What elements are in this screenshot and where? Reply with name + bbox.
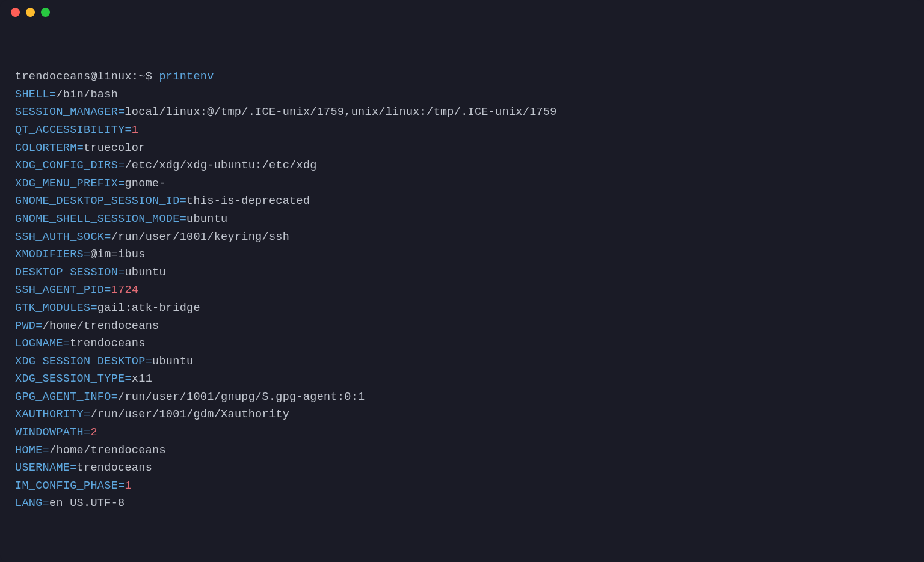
close-button[interactable] (11, 8, 20, 17)
env-var-name: LOGNAME (15, 337, 63, 350)
env-line: PWD=/home/trendoceans (15, 317, 909, 335)
env-var-value: /home/trendoceans (43, 320, 159, 332)
maximize-button[interactable] (41, 8, 50, 17)
env-var-name: DESKTOP_SESSION (15, 266, 118, 279)
env-line: LANG=en_US.UTF-8 (15, 495, 909, 513)
env-line: QT_ACCESSIBILITY=1 (15, 121, 909, 139)
env-var-name: LANG (15, 497, 43, 510)
equals-sign: = (118, 480, 125, 492)
prompt-host: trendoceans@linux:~$ (15, 70, 159, 83)
terminal-window[interactable]: trendoceans@linux:~$ printenvSHELL=/bin/… (0, 0, 924, 562)
env-var-value: 1724 (111, 284, 139, 296)
env-line: HOME=/home/trendoceans (15, 442, 909, 460)
equals-sign: = (118, 159, 125, 172)
env-var-value: x11 (132, 373, 152, 385)
env-var-value: trendoceans (77, 462, 152, 474)
env-var-name: XAUTHORITY (15, 408, 84, 421)
env-line: IM_CONFIG_PHASE=1 (15, 477, 909, 495)
env-var-name: SESSION_MANAGER (15, 106, 118, 118)
env-var-value: /home/trendoceans (49, 444, 166, 457)
env-var-value: this-is-deprecated (186, 195, 310, 207)
env-var-value: 1 (132, 124, 138, 136)
env-var-name: QT_ACCESSIBILITY (15, 124, 125, 136)
env-line: WINDOWPATH=2 (15, 424, 909, 442)
equals-sign: = (43, 497, 49, 510)
env-line: XDG_CONFIG_DIRS=/etc/xdg/xdg-ubuntu:/etc… (15, 157, 909, 175)
env-var-name: USERNAME (15, 462, 70, 474)
env-var-value: gnome- (125, 177, 165, 190)
env-line: GNOME_DESKTOP_SESSION_ID=this-is-depreca… (15, 192, 909, 210)
equals-sign: = (63, 337, 70, 350)
equals-sign: = (111, 391, 118, 403)
env-line: XMODIFIERS=@im=ibus (15, 246, 909, 264)
env-line: XAUTHORITY=/run/user/1001/gdm/Xauthority (15, 406, 909, 424)
equals-sign: = (84, 408, 90, 421)
equals-sign: = (84, 426, 90, 439)
env-var-name: HOME (15, 444, 43, 457)
env-line: GNOME_SHELL_SESSION_MODE=ubuntu (15, 210, 909, 228)
equals-sign: = (104, 284, 111, 296)
env-line: SSH_AUTH_SOCK=/run/user/1001/keyring/ssh (15, 228, 909, 246)
minimize-button[interactable] (26, 8, 35, 17)
equals-sign: = (118, 266, 125, 279)
env-var-name: GPG_AGENT_INFO (15, 391, 111, 403)
env-line: SSH_AGENT_PID=1724 (15, 281, 909, 299)
env-var-value: /run/user/1001/keyring/ssh (111, 231, 289, 243)
env-var-value: ubuntu (152, 355, 193, 368)
env-var-name: XDG_CONFIG_DIRS (15, 159, 118, 172)
env-var-value: ubuntu (125, 266, 165, 279)
equals-sign: = (104, 231, 111, 243)
equals-sign: = (118, 177, 125, 190)
env-output: SHELL=/bin/bashSESSION_MANAGER=local/lin… (15, 86, 909, 513)
equals-sign: = (146, 355, 152, 368)
env-line: LOGNAME=trendoceans (15, 335, 909, 353)
env-var-value: 2 (90, 426, 97, 439)
env-var-name: IM_CONFIG_PHASE (15, 480, 118, 492)
equals-sign: = (49, 88, 56, 101)
env-line: GTK_MODULES=gail:atk-bridge (15, 299, 909, 317)
env-var-value: truecolor (84, 142, 146, 154)
window-title-bar (0, 0, 924, 24)
env-var-value: ubuntu (186, 213, 227, 225)
env-var-name: XMODIFIERS (15, 248, 84, 261)
env-var-value: /etc/xdg/xdg-ubuntu:/etc/xdg (125, 159, 316, 172)
equals-sign: = (35, 320, 42, 332)
env-line: XDG_MENU_PREFIX=gnome- (15, 175, 909, 193)
equals-sign: = (70, 462, 76, 474)
env-var-value: /run/user/1001/gnupg/S.gpg-agent:0:1 (118, 391, 365, 403)
terminal-content[interactable]: trendoceans@linux:~$ printenvSHELL=/bin/… (0, 24, 924, 562)
env-var-value: /bin/bash (56, 88, 118, 101)
env-line: SESSION_MANAGER=local/linux:@/tmp/.ICE-u… (15, 103, 909, 121)
env-var-name: XDG_MENU_PREFIX (15, 177, 118, 190)
env-var-name: SSH_AUTH_SOCK (15, 231, 104, 243)
env-var-name: SSH_AGENT_PID (15, 284, 104, 296)
env-line: XDG_SESSION_TYPE=x11 (15, 370, 909, 388)
env-var-value: /run/user/1001/gdm/Xauthority (90, 408, 289, 421)
prompt-line: trendoceans@linux:~$ printenv (15, 68, 909, 86)
env-var-name: WINDOWPATH (15, 426, 84, 439)
env-var-value: trendoceans (70, 337, 145, 350)
env-line: USERNAME=trendoceans (15, 459, 909, 477)
env-var-name: GNOME_SHELL_SESSION_MODE (15, 213, 180, 225)
equals-sign: = (43, 444, 49, 457)
env-var-name: GNOME_DESKTOP_SESSION_ID (15, 195, 180, 207)
env-line: GPG_AGENT_INFO=/run/user/1001/gnupg/S.gp… (15, 388, 909, 406)
env-var-name: COLORTERM (15, 142, 77, 154)
equals-sign: = (125, 373, 131, 385)
equals-sign: = (77, 142, 84, 154)
equals-sign: = (84, 248, 90, 261)
env-line: DESKTOP_SESSION=ubuntu (15, 264, 909, 282)
env-var-name: GTK_MODULES (15, 302, 90, 314)
equals-sign: = (90, 302, 97, 314)
equals-sign: = (180, 195, 186, 207)
equals-sign: = (180, 213, 186, 225)
env-line: COLORTERM=truecolor (15, 139, 909, 157)
equals-sign: = (118, 106, 125, 118)
equals-sign: = (125, 124, 131, 136)
env-var-value: gail:atk-bridge (97, 302, 200, 314)
env-var-value: @im=ibus (90, 248, 145, 261)
command-text: printenv (159, 70, 214, 83)
env-var-name: SHELL (15, 88, 49, 101)
env-var-name: PWD (15, 320, 35, 332)
env-var-value: 1 (125, 480, 131, 492)
